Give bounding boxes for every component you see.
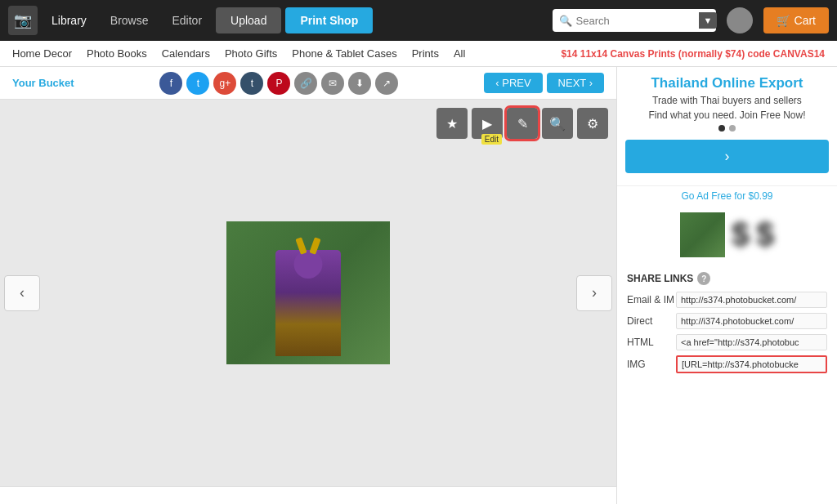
cart-icon: 🛒 (777, 14, 790, 27)
browse-nav-button[interactable]: Browse (101, 9, 159, 32)
image-toolbar: ★ ▶ ✎ 🔍 ⚙ (436, 108, 608, 139)
bucket-label[interactable]: Your Bucket (12, 77, 74, 89)
share-direct-input[interactable] (676, 313, 827, 329)
search-icon: 🔍 (559, 15, 572, 27)
pinterest-share-button[interactable]: P (267, 72, 290, 95)
tumblr-share-button[interactable]: t (240, 72, 263, 95)
edit-tool-button[interactable]: ✎ (507, 108, 538, 139)
share-button[interactable]: ↗ (375, 72, 398, 95)
download-button[interactable]: ⬇ (348, 72, 371, 95)
mini-thumbnail (680, 212, 725, 257)
image-area: ★ ▶ ✎ 🔍 ⚙ Edit ‹ › (0, 100, 616, 486)
nav-home-decor[interactable]: Home Decor (12, 47, 72, 60)
nav-links: Home Decor Photo Books Calendars Photo G… (12, 47, 465, 60)
googleplus-share-button[interactable]: g+ (213, 72, 236, 95)
bucket-bar: Your Bucket f t g+ t P 🔗 ✉ ⬇ ↗ ‹ PREV NE… (0, 67, 616, 100)
help-icon[interactable]: ? (697, 272, 710, 285)
nav-phone-cases[interactable]: Phone & Tablet Cases (292, 47, 396, 60)
link-share-button[interactable]: 🔗 (294, 72, 317, 95)
library-nav-button[interactable]: Library (42, 9, 96, 32)
share-row-email: Email & IM (627, 292, 827, 308)
image-nav-left-button[interactable]: ‹ (4, 275, 40, 311)
share-row-img: IMG (627, 355, 827, 373)
ad-dot-2 (729, 125, 736, 132)
share-img-label: IMG (627, 359, 676, 370)
share-email-label: Email & IM (627, 294, 676, 306)
top-navigation: 📷 Library Browse Editor Upload Print Sho… (0, 0, 837, 41)
figure-body (275, 250, 341, 356)
nav-photo-books[interactable]: Photo Books (87, 47, 147, 60)
right-panel: Thailand Online Export Trade with Thai b… (616, 67, 837, 504)
share-html-input[interactable] (676, 334, 827, 350)
avatar[interactable] (727, 7, 753, 33)
twitter-share-button[interactable]: t (186, 72, 209, 95)
share-links-section: SHARE LINKS ? Email & IM Direct HTML IMG (617, 264, 837, 386)
star-tool-button[interactable]: ★ (436, 108, 468, 139)
settings-tool-button[interactable]: ⚙ (577, 108, 608, 139)
search-wrapper: 🔍 ▼ (553, 9, 716, 32)
cart-button[interactable]: 🛒 Cart (763, 7, 829, 33)
second-navigation: Home Decor Photo Books Calendars Photo G… (0, 41, 837, 67)
figure-horn-left (295, 237, 307, 255)
share-icons-bar: f t g+ t P 🔗 ✉ ⬇ ↗ (159, 72, 398, 95)
share-html-label: HTML (627, 337, 676, 348)
prev-next-arrows: ‹ PREV NEXT › (484, 73, 604, 93)
zoom-tool-button[interactable]: 🔍 (542, 108, 573, 139)
share-img-input[interactable] (676, 355, 827, 373)
ad-dot-1 (718, 125, 725, 132)
nav-prints[interactable]: Prints (412, 47, 439, 60)
nav-all[interactable]: All (454, 47, 465, 60)
blurred-prices-section: $ $ (617, 212, 837, 257)
status-bar (0, 486, 616, 504)
blur-price-2: $ (756, 216, 774, 253)
ad-cta-button[interactable]: › (625, 140, 829, 173)
search-input[interactable] (576, 15, 699, 27)
share-links-title: SHARE LINKS ? (627, 272, 827, 285)
figure-head (294, 250, 323, 279)
share-email-input[interactable] (676, 292, 827, 308)
ad-line1: Trade with Thai buyers and sellers (625, 95, 829, 106)
ad-banner: Thailand Online Export Trade with Thai b… (617, 67, 837, 186)
blur-price-1: $ (732, 216, 750, 253)
main-content: Your Bucket f t g+ t P 🔗 ✉ ⬇ ↗ ‹ PREV NE… (0, 67, 837, 504)
ad-line2: Find what you need. Join Free Now! (625, 109, 829, 121)
share-row-html: HTML (627, 334, 827, 350)
image-nav-right-button[interactable]: › (576, 275, 612, 311)
email-share-button[interactable]: ✉ (321, 72, 344, 95)
share-row-direct: Direct (627, 313, 827, 329)
figure-horn-right (309, 237, 320, 255)
nav-photo-gifts[interactable]: Photo Gifts (225, 47, 277, 60)
prev-button[interactable]: ‹ PREV (484, 73, 542, 93)
photo-panel: Your Bucket f t g+ t P 🔗 ✉ ⬇ ↗ ‹ PREV NE… (0, 67, 616, 504)
printshop-button[interactable]: Print Shop (285, 7, 373, 33)
ad-free-label[interactable]: Go Ad Free for $0.99 (617, 190, 837, 202)
upload-button[interactable]: Upload (216, 7, 281, 33)
search-dropdown-button[interactable]: ▼ (699, 12, 718, 29)
editor-nav-button[interactable]: Editor (162, 9, 212, 32)
site-logo[interactable]: 📷 (8, 6, 38, 35)
ad-title: Thailand Online Export (625, 75, 829, 91)
share-direct-label: Direct (627, 315, 676, 327)
next-button[interactable]: NEXT › (547, 73, 604, 93)
promo-bar: $14 11x14 Canvas Prints (normally $74) c… (561, 48, 825, 60)
ad-dots (625, 125, 829, 132)
facebook-share-button[interactable]: f (159, 72, 182, 95)
photo-image (226, 221, 390, 364)
edit-tooltip: Edit (481, 134, 502, 145)
nav-calendars[interactable]: Calendars (162, 47, 210, 60)
